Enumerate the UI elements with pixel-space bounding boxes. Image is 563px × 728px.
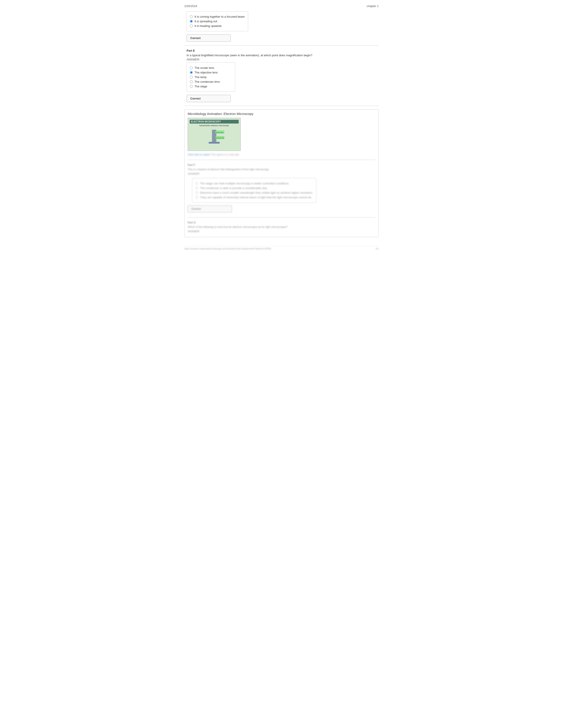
part-f-answer-label: ANSWER: <box>188 172 375 175</box>
divider-3 <box>188 160 375 160</box>
divider-2 <box>184 106 379 106</box>
part-f-label: Part F <box>188 163 375 167</box>
option-e1-label: The ocular lens <box>194 66 214 69</box>
option-e5-label: The stage <box>194 85 207 88</box>
part-f-result: Correct <box>188 205 232 212</box>
svg-text:condenser lens: condenser lens <box>215 137 224 139</box>
option-e4[interactable]: The condenser lens <box>190 80 232 83</box>
footer-url: https://session.masteringmicrobiology.co… <box>184 248 273 250</box>
option-f1: The stage can hold multiple microscopy i… <box>195 182 313 185</box>
part-g-answer-label: ANSWER: <box>188 230 375 233</box>
animation-title: Microbiology Animation: Electron Microsc… <box>188 112 375 116</box>
option-e1[interactable]: The ocular lens <box>190 66 232 69</box>
option-f4: They are capable of extremely intense be… <box>195 196 313 199</box>
option-d1[interactable]: It is coming together to a focused beam <box>190 15 245 18</box>
part-e-section: Part E In a typical brightfield microsco… <box>184 49 379 102</box>
option-f2-label: The condenser is able to provide a consi… <box>200 186 268 190</box>
animation-blurred-link: Click here to watch This opens in a new … <box>188 153 375 156</box>
page-header: 2/26/2019 chapter 1 <box>184 4 379 8</box>
option-e3-label: The lamp <box>194 75 206 79</box>
animation-watch-link[interactable]: Click here to watch <box>188 153 210 156</box>
option-d3[interactable]: It is heading upwards <box>190 24 245 28</box>
option-f1-label: The stage can hold multiple microscopy i… <box>200 182 290 185</box>
part-f-section: Part F This is a feature of electron tha… <box>188 163 375 214</box>
svg-rect-1 <box>209 142 220 144</box>
option-f2: The condenser is able to provide a consi… <box>195 186 313 190</box>
header-chapter: chapter 1 <box>367 4 379 8</box>
part-e-options-box: The ocular lens The objective lens The l… <box>186 62 235 92</box>
question-d-section: It is coming together to a focused beam … <box>184 11 379 42</box>
option-e2-label: The objective lens <box>194 71 218 74</box>
part-f-options-box: The stage can hold multiple microscopy i… <box>192 178 317 203</box>
footer-page: 1/1 <box>376 248 379 250</box>
option-f3-label: Electrons have a much smaller wavelength… <box>200 191 313 194</box>
option-d2[interactable]: It is spreading out <box>190 20 245 23</box>
option-e4-label: The condenser lens <box>194 80 220 83</box>
animation-watch-desc: This opens in a new tab. <box>211 153 239 156</box>
option-d3-label: It is heading upwards <box>194 24 222 28</box>
question-d-result: Correct <box>186 34 231 42</box>
part-e-answer-label: ANSWER: <box>186 58 379 61</box>
part-e-question: In a typical brightfield microscope (see… <box>186 54 379 57</box>
part-g-question: Which of the following is most true for … <box>188 225 375 229</box>
svg-text:electron gun: electron gun <box>216 132 223 133</box>
part-e-label: Part E <box>186 49 379 52</box>
animation-image-header: ELECTRON MICROSCOPY <box>190 120 239 124</box>
option-f3: Electrons have a much smaller wavelength… <box>195 191 313 194</box>
microscope-diagram-area: electron gun condenser lens <box>203 128 225 149</box>
header-date: 2/26/2019 <box>184 4 197 8</box>
option-f4-label: They are capable of extremely intense be… <box>200 196 312 199</box>
part-e-result: Correct <box>186 95 231 102</box>
option-e3[interactable]: The lamp <box>190 75 232 79</box>
part-g-section: Part G Which of the following is most tr… <box>188 221 375 233</box>
page-footer: https://session.masteringmicrobiology.co… <box>184 246 379 250</box>
question-d-options-box: It is coming together to a focused beam … <box>186 11 248 31</box>
option-d2-label: It is spreading out <box>194 20 217 23</box>
microscope-svg: electron gun condenser lens <box>203 129 225 148</box>
animation-image-subtitle: transmission electron microscope <box>199 124 229 127</box>
divider-4 <box>188 217 375 218</box>
part-g-label: Part G <box>188 221 375 224</box>
animation-image-container: ELECTRON MICROSCOPY transmission electro… <box>188 118 241 151</box>
option-d1-label: It is coming together to a focused beam <box>194 15 245 18</box>
animation-section: Microbiology Animation: Electron Microsc… <box>184 109 379 237</box>
option-e5[interactable]: The stage <box>190 85 232 88</box>
part-f-question: This is a feature of electron that disti… <box>188 168 375 171</box>
option-e2[interactable]: The objective lens <box>190 71 232 74</box>
